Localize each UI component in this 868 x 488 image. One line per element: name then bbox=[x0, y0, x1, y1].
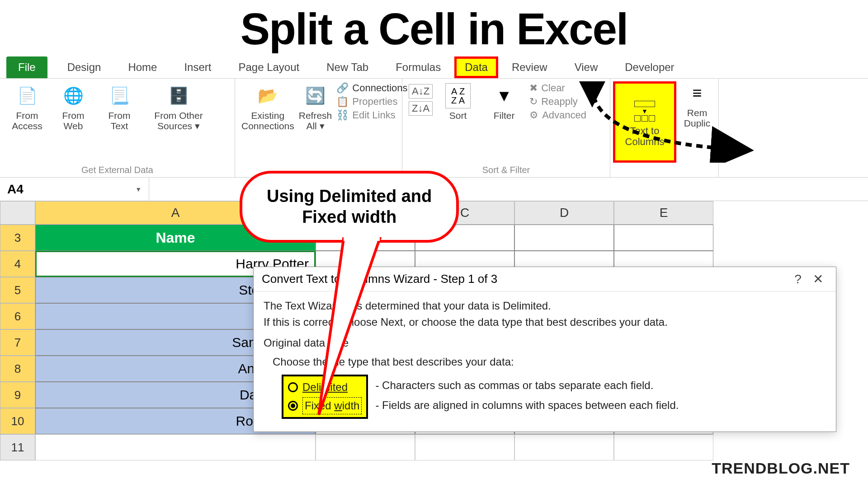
help-button[interactable]: ? bbox=[788, 272, 808, 286]
col-header[interactable]: E bbox=[614, 201, 713, 225]
sort-icon: A ZZ A bbox=[445, 83, 471, 108]
row-header[interactable]: 9 bbox=[0, 382, 35, 408]
access-icon: 📄 bbox=[14, 83, 40, 108]
refresh-icon: 🔄 bbox=[303, 83, 328, 108]
tab-insert[interactable]: Insert bbox=[170, 56, 225, 78]
from-other-sources-button[interactable]: 🗄️ From Other Sources ▾ bbox=[145, 81, 212, 131]
row-header[interactable]: 11 bbox=[0, 434, 35, 460]
tab-developer[interactable]: Developer bbox=[611, 56, 688, 78]
clear-filter-button[interactable]: ✖Clear bbox=[529, 82, 586, 94]
advanced-filter-button[interactable]: ⚙Advanced bbox=[529, 109, 586, 121]
reapply-filter-button[interactable]: ↻Reapply bbox=[529, 96, 586, 108]
cell[interactable] bbox=[514, 225, 614, 251]
properties-icon: 📋 bbox=[336, 96, 349, 108]
from-text-button[interactable]: 📃 From Text bbox=[99, 81, 140, 131]
text-file-icon: 📃 bbox=[107, 83, 132, 108]
row-header[interactable]: 10 bbox=[0, 408, 35, 434]
connections-link[interactable]: 🔗Connections bbox=[336, 82, 407, 94]
close-button[interactable]: ✕ bbox=[808, 272, 828, 286]
row-header[interactable]: 6 bbox=[0, 303, 35, 329]
ribbon-tabs: File Design Home Insert Page Layout New … bbox=[0, 56, 868, 78]
sort-asc-icon[interactable]: A↓Z bbox=[409, 84, 433, 99]
from-access-button[interactable]: 📄 From Access bbox=[6, 81, 48, 131]
radio-fixed-width[interactable] bbox=[288, 401, 298, 411]
advanced-icon: ⚙ bbox=[529, 109, 538, 121]
radio-delimited[interactable] bbox=[288, 382, 298, 392]
row-header[interactable]: 8 bbox=[0, 356, 35, 382]
link-icon: 🔗 bbox=[336, 82, 349, 94]
web-icon: 🌐 bbox=[61, 83, 86, 108]
chevron-down-icon[interactable]: ▼ bbox=[135, 186, 142, 193]
cell[interactable] bbox=[614, 225, 713, 251]
database-icon: 🗄️ bbox=[166, 83, 191, 108]
watermark: TRENDBLOG.NET bbox=[712, 460, 850, 477]
reapply-icon: ↻ bbox=[529, 96, 538, 108]
row-header[interactable]: 4 bbox=[0, 251, 35, 277]
cell[interactable] bbox=[35, 434, 316, 460]
col-header[interactable]: D bbox=[514, 201, 614, 225]
tab-view[interactable]: View bbox=[561, 56, 612, 78]
tab-design[interactable]: Design bbox=[54, 56, 115, 78]
row-header[interactable]: 7 bbox=[0, 329, 35, 356]
annotation-callout: Using Delimited and Fixed width bbox=[240, 171, 459, 243]
group-label-get-external-data: Get External Data bbox=[6, 164, 228, 176]
row-header[interactable]: 5 bbox=[0, 277, 35, 303]
properties-link[interactable]: 📋Properties bbox=[336, 96, 407, 108]
edit-links-link[interactable]: ⛓️Edit Links bbox=[336, 109, 407, 121]
tab-review[interactable]: Review bbox=[498, 56, 561, 78]
chain-icon: ⛓️ bbox=[336, 109, 349, 121]
select-all-corner[interactable] bbox=[0, 201, 35, 225]
cell[interactable] bbox=[614, 434, 713, 460]
tab-new-tab[interactable]: New Tab bbox=[313, 56, 382, 78]
tab-file[interactable]: File bbox=[6, 56, 47, 78]
cell[interactable] bbox=[316, 434, 415, 460]
sort-desc-icon[interactable]: Z↓A bbox=[409, 101, 433, 116]
cell[interactable] bbox=[514, 434, 614, 460]
clear-icon: ✖ bbox=[529, 82, 538, 94]
connections-icon: 📂 bbox=[255, 83, 280, 108]
cell[interactable] bbox=[415, 434, 514, 460]
name-box[interactable]: A4 ▼ bbox=[0, 178, 149, 201]
tab-formulas[interactable]: Formulas bbox=[382, 56, 454, 78]
page-title: Split a Cell in Excel bbox=[0, 0, 868, 56]
tab-page-layout[interactable]: Page Layout bbox=[225, 56, 313, 78]
refresh-all-button[interactable]: 🔄 Refresh All ▾ bbox=[299, 81, 332, 131]
funnel-icon: ▼ bbox=[491, 83, 517, 108]
row-header[interactable]: 3 bbox=[0, 225, 35, 251]
existing-connections-button[interactable]: 📂 Existing Connections bbox=[241, 81, 294, 131]
annotation-arrow bbox=[579, 81, 760, 163]
tab-data[interactable]: Data bbox=[454, 56, 498, 78]
from-web-button[interactable]: 🌐 From Web bbox=[52, 81, 94, 131]
sort-button[interactable]: A ZZ A Sort bbox=[437, 81, 479, 121]
filter-button[interactable]: ▼ Filter bbox=[483, 81, 525, 121]
tab-home[interactable]: Home bbox=[114, 56, 170, 78]
